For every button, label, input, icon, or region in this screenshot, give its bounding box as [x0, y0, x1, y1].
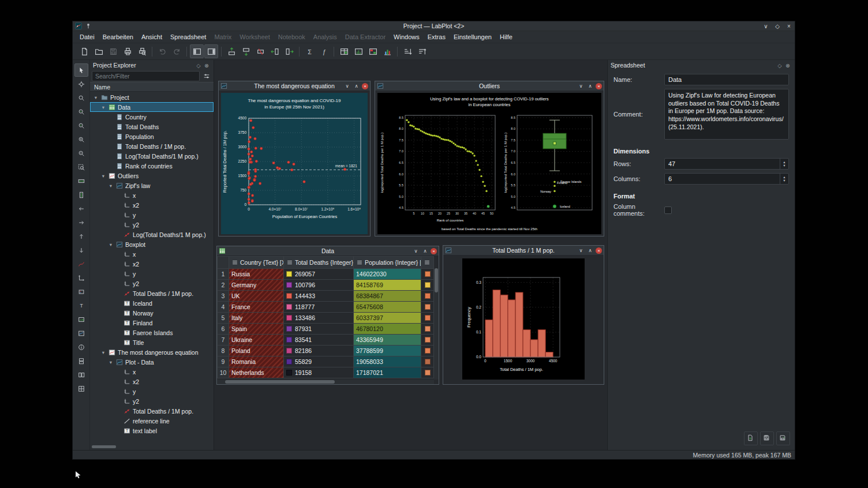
close-dock-icon[interactable]: ⊗ — [784, 61, 792, 69]
tree-column-header[interactable]: Name — [90, 82, 214, 92]
cell-country[interactable]: Germany — [229, 280, 284, 291]
cell-total-deaths[interactable]: 55829 — [284, 356, 354, 367]
menu-ansicht[interactable]: Ansicht — [137, 32, 166, 42]
insert-row-below-button[interactable] — [239, 44, 253, 58]
float-dock-icon[interactable]: ◇ — [194, 61, 203, 69]
expander-icon[interactable]: ▾ — [100, 104, 106, 110]
tree-item-x2[interactable]: x2 — [90, 259, 214, 269]
new-project-button[interactable] — [77, 44, 91, 58]
cell-country[interactable]: Russia — [229, 269, 284, 280]
grid-layout-button[interactable] — [74, 382, 88, 395]
expander-icon[interactable]: ▾ — [100, 350, 106, 355]
insert-column-left-button[interactable] — [268, 44, 282, 58]
close-icon[interactable]: × — [785, 23, 792, 29]
plot-data-button[interactable] — [380, 44, 394, 58]
cell-population[interactable]: 84158769 — [354, 280, 421, 291]
zoom-fit-x-button[interactable] — [74, 174, 88, 187]
cell-country[interactable]: Poland — [229, 346, 284, 356]
tree-item-log-total-deaths-1-m-pop[interactable]: Log(Total Deaths/1 M pop.) — [90, 151, 214, 161]
tree-item-population[interactable]: Population — [90, 132, 214, 141]
cell-country[interactable]: Ukraine — [229, 335, 284, 346]
restore-icon[interactable]: ∧ — [586, 247, 594, 254]
cell-country[interactable]: Italy — [229, 313, 284, 324]
properties-dock-header[interactable]: Spreadsheet ◇ ⊗ — [608, 60, 795, 70]
shift-up-button[interactable] — [74, 230, 88, 243]
conditional-formatting-button[interactable] — [366, 44, 380, 58]
add-info-element-button[interactable] — [74, 340, 88, 354]
value-labels-button[interactable] — [337, 44, 351, 58]
expander-icon[interactable]: ▾ — [108, 242, 114, 247]
worksheet-view-outliers[interactable]: Using Zipf's law and a boxplot for detec… — [375, 91, 604, 236]
expander-icon[interactable]: ▾ — [108, 359, 114, 365]
cell-extra[interactable] — [421, 324, 434, 335]
zoom-fit-button[interactable] — [74, 160, 88, 174]
cell-country[interactable]: Netherlands — [229, 367, 284, 378]
tree-item-y[interactable]: y — [90, 386, 214, 396]
cell-extra[interactable] — [421, 335, 434, 346]
shade-icon[interactable]: ∨ — [577, 82, 585, 90]
tree-item-finland[interactable]: TFinland — [90, 318, 214, 328]
column-header[interactable]: Country {Text} [X] — [229, 257, 284, 269]
row-number[interactable]: 7 — [218, 335, 229, 346]
save-project-button[interactable] — [106, 44, 120, 58]
tree-item-norway[interactable]: TNorway — [90, 308, 214, 318]
close-subwindow-icon[interactable]: × — [596, 247, 602, 254]
cell-extra[interactable] — [421, 302, 434, 313]
cell-total-deaths[interactable]: 19158 — [284, 367, 354, 378]
cell-population[interactable]: 46780120 — [354, 324, 421, 335]
select-and-edit-button[interactable] — [74, 63, 88, 77]
cell-total-deaths[interactable]: 100796 — [284, 280, 354, 291]
column-statistics-button[interactable] — [351, 44, 365, 58]
zoom-y-select-button[interactable] — [74, 119, 88, 132]
restore-icon[interactable]: ∧ — [586, 82, 594, 90]
cell-extra[interactable] — [421, 280, 434, 291]
cell-extra[interactable] — [421, 269, 434, 280]
search-input[interactable] — [92, 71, 200, 81]
tree-item-x2[interactable]: x2 — [90, 200, 214, 210]
tree-item-total-deaths-1m-pop[interactable]: Total Deaths / 1M pop. — [90, 406, 214, 416]
spinbox-arrows-icon[interactable]: ▲▼ — [780, 159, 788, 169]
navigate-button[interactable] — [74, 77, 88, 91]
scrollbar-handle[interactable] — [92, 445, 116, 448]
menu-datei[interactable]: Datei — [76, 32, 99, 42]
row-number[interactable]: 4 — [218, 302, 229, 313]
shift-down-button[interactable] — [74, 243, 88, 257]
tree-item-the-most-dangerous-equation[interactable]: ▾The most dangerous equation — [90, 347, 214, 357]
save-button[interactable] — [760, 431, 774, 445]
cell-total-deaths[interactable]: 83541 — [284, 335, 354, 346]
tree-item-x[interactable]: x — [90, 190, 214, 200]
cell-total-deaths[interactable]: 133486 — [284, 313, 354, 324]
column-header[interactable]: Population {Integer} [Y] — [354, 257, 421, 269]
row-number[interactable]: 2 — [218, 280, 229, 291]
cell-total-deaths[interactable]: 269057 — [284, 269, 354, 280]
add-curve-button[interactable] — [74, 257, 88, 271]
row-number[interactable]: 3 — [218, 291, 229, 302]
cell-population[interactable]: 37788599 — [354, 346, 421, 356]
expander-icon[interactable]: ▾ — [108, 183, 114, 189]
close-dock-icon[interactable]: ⊗ — [203, 61, 211, 69]
desktop-cursor-icon[interactable] — [74, 471, 82, 479]
tree-item-zipf-s-law[interactable]: ▾Zipf's law — [90, 181, 214, 190]
column-comments-checkbox[interactable] — [664, 207, 672, 214]
tree-item-x2[interactable]: x2 — [90, 377, 214, 386]
worksheet-view-dangerous-equation[interactable]: The most dangerous equation and COVID-19… — [219, 91, 370, 236]
add-plot-button[interactable] — [74, 326, 88, 340]
close-subwindow-icon[interactable]: × — [431, 248, 437, 254]
cell-population[interactable]: 43365949 — [354, 335, 421, 346]
add-legend-button[interactable] — [74, 285, 88, 298]
toggle-properties-explorer-button[interactable] — [204, 44, 218, 58]
cell-population[interactable]: 146022030 — [354, 269, 421, 280]
tree-item-total-deaths-1m-pop[interactable]: Total Deaths / 1M pop. — [90, 141, 214, 151]
tree-item-x[interactable]: x — [90, 367, 214, 377]
sort-descending-button[interactable] — [415, 44, 429, 58]
tree-item-text-label[interactable]: Ttext label — [90, 426, 214, 436]
cell-extra[interactable] — [421, 346, 434, 356]
tree-item-y[interactable]: y — [90, 210, 214, 220]
tree-item-log-total-deaths-1-m-pop[interactable]: Log(Total Deaths/1 M pop.) — [90, 230, 214, 239]
horizontal-layout-button[interactable] — [74, 368, 88, 381]
toggle-project-explorer-button[interactable] — [190, 44, 204, 58]
cell-country[interactable]: Spain — [229, 324, 284, 335]
add-text-label-button[interactable]: T — [74, 299, 88, 312]
print-preview-button[interactable] — [135, 44, 149, 58]
shift-right-button[interactable] — [74, 216, 88, 229]
